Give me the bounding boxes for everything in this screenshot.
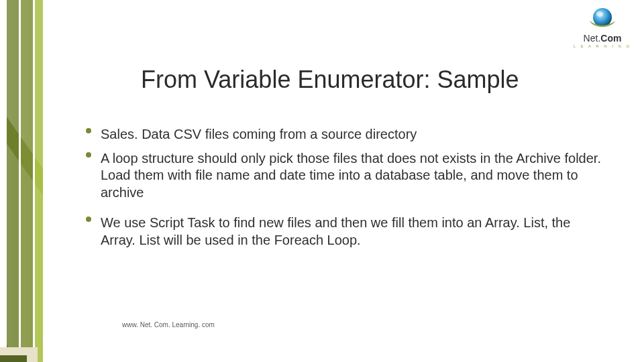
stripe-olive-dark [7,0,19,362]
bullet-item: We use Script Task to find new files and… [86,215,604,249]
bullet-icon [86,152,91,158]
bottom-left-accent-dark [0,355,27,362]
slide-body: Sales. Data CSV files coming from a sour… [86,126,604,256]
slide: Net.Com L E A R N I N G From Variable En… [0,0,644,362]
globe-swoosh-icon [588,5,617,32]
left-stripe-decoration [0,0,47,362]
stripe-lime [35,0,43,362]
slide-title: From Variable Enumerator: Sample [141,66,519,94]
svg-point-0 [593,8,612,27]
logo-brand-1: Net. [584,33,601,44]
bullet-icon [86,128,91,133]
stripe-olive-mid [21,0,33,362]
bullet-item: A loop structure should only pick those … [86,150,604,202]
footer-url: www. Net. Com. Learning. com [122,321,215,328]
bullet-text: A loop structure should only pick those … [101,151,601,200]
logo-tagline: L E A R N I N G [570,44,635,48]
bullet-text: We use Script Task to find new files and… [101,215,570,247]
logo-brand-2: Com [600,33,621,44]
logo-text: Net.Com [570,34,635,43]
svg-point-1 [596,11,603,17]
logo: Net.Com L E A R N I N G [570,5,635,48]
bullet-text: Sales. Data CSV files coming from a sour… [101,127,417,141]
bullet-item: Sales. Data CSV files coming from a sour… [86,126,604,143]
bullet-icon [86,217,91,222]
